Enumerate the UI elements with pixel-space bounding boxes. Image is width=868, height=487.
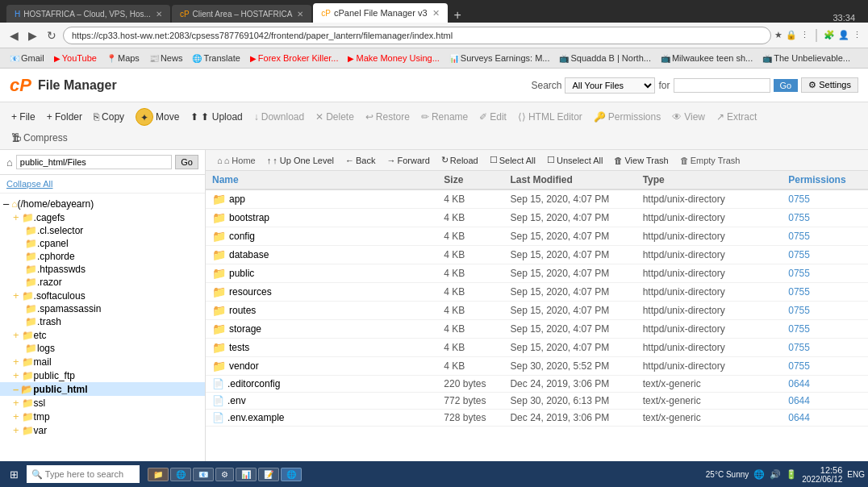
bookmark-teen[interactable]: 📺 Milwaukee teen sh...	[657, 52, 756, 65]
settings-button[interactable]: ⚙ Settings	[801, 77, 858, 93]
extensions-btn[interactable]: 🧩	[824, 30, 835, 40]
bookmark-translate[interactable]: 🌐 Translate	[189, 52, 243, 65]
new-folder-button[interactable]: + Folder	[42, 109, 87, 125]
new-file-button[interactable]: + File	[6, 109, 40, 125]
taskbar-app-6[interactable]: 📝	[258, 468, 279, 481]
table-row[interactable]: 📁 vendor 4 KB Sep 30, 2020, 5:52 PM http…	[206, 357, 868, 376]
table-row[interactable]: 📁 public 4 KB Sep 15, 2020, 4:07 PM http…	[206, 264, 868, 283]
tree-item-cagefs[interactable]: + 📁 .cagefs	[0, 210, 205, 224]
tree-item-cpanel[interactable]: 📁 .cpanel	[0, 237, 205, 250]
move-button[interactable]: ✦ Move	[131, 106, 184, 128]
delete-button[interactable]: ✕ Delete	[311, 109, 359, 125]
taskbar-app-5[interactable]: 📊	[236, 468, 257, 481]
upload-button[interactable]: ⬆ ⬆ Upload	[186, 109, 247, 125]
taskbar-app-7[interactable]: 🌐	[281, 468, 302, 481]
profile-btn[interactable]: 👤	[838, 30, 849, 40]
bookmark-money[interactable]: ▶ Make Money Using...	[344, 52, 442, 65]
forward-button[interactable]: ▶	[25, 27, 40, 44]
up-one-level-button[interactable]: ↑ ↑ Up One Level	[262, 154, 339, 167]
tree-item-var[interactable]: + 📁 var	[0, 423, 205, 437]
edit-button[interactable]: ✐ Edit	[474, 109, 511, 125]
back-button[interactable]: ◀	[6, 27, 22, 44]
bookmark-unbelievable[interactable]: 📺 The Unbelievable...	[759, 52, 853, 65]
bookmark-gmail[interactable]: 📧 Gmail	[6, 52, 48, 65]
back-nav-button[interactable]: ← Back	[340, 154, 380, 167]
sidebar-path-input[interactable]	[16, 155, 172, 169]
new-tab-button[interactable]: +	[449, 8, 466, 23]
bookmark-forex[interactable]: ▶ Forex Broker Killer...	[247, 52, 342, 65]
restore-button[interactable]: ↩ Restore	[361, 109, 415, 125]
view-trash-button[interactable]: 🗑 View Trash	[609, 154, 673, 167]
empty-trash-button[interactable]: 🗑 Empty Trash	[675, 154, 745, 167]
table-row[interactable]: 📁 bootstrap 4 KB Sep 15, 2020, 4:07 PM h…	[206, 209, 868, 227]
taskbar-search[interactable]	[27, 465, 140, 483]
col-header-name[interactable]: Name	[206, 171, 437, 189]
taskbar-app-4[interactable]: ⚙	[215, 468, 234, 481]
taskbar-app-1[interactable]: 📁	[148, 468, 169, 481]
table-row[interactable]: 📁 resources 4 KB Sep 15, 2020, 4:07 PM h…	[206, 283, 868, 302]
html-editor-button[interactable]: ⟨⟩ HTML Editor	[513, 109, 587, 125]
shield-icon[interactable]: 🔒	[786, 30, 797, 40]
search-scope-select[interactable]: All Your Files public_html/Files	[565, 77, 655, 94]
bookmark-youtube[interactable]: ▶ YouTube	[51, 52, 100, 65]
tree-item-clselector[interactable]: 📁 .cl.selector	[0, 224, 205, 237]
compress-button[interactable]: 🗜 Compress	[6, 130, 73, 146]
tree-item-logs[interactable]: 📁 logs	[0, 342, 205, 355]
permissions-button[interactable]: 🔑 Permissions	[589, 109, 666, 125]
table-row[interactable]: 📁 app 4 KB Sep 15, 2020, 4:07 PM httpd/u…	[206, 189, 868, 209]
file-table-wrapper[interactable]: Name Size Last Modified Type Permissions…	[206, 171, 868, 469]
bookmark-news[interactable]: 📰 News	[146, 52, 186, 65]
cell-size: 4 KB	[437, 209, 503, 227]
tree-item-razor[interactable]: 📁 .razor	[0, 276, 205, 289]
tree-item-public-ftp[interactable]: + 📁 public_ftp	[0, 368, 205, 382]
col-header-permissions[interactable]: Permissions	[782, 171, 868, 189]
search-go-button[interactable]: Go	[774, 79, 799, 92]
rename-button[interactable]: ✏ Rename	[416, 109, 473, 125]
tree-item-spamassassin[interactable]: 📁 .spamassassin	[0, 302, 205, 315]
bookmark-surveys[interactable]: 📊 Surveys Earnings: M...	[446, 52, 553, 65]
tab-3-active[interactable]: cP cPanel File Manager v3 ✕	[313, 3, 447, 23]
sidebar-go-button[interactable]: Go	[175, 155, 198, 169]
start-button[interactable]: ⊞	[3, 467, 25, 482]
table-row[interactable]: 📄 .editorconfig 220 bytes Dec 24, 2019, …	[206, 376, 868, 393]
table-row[interactable]: 📄 .env 772 bytes Sep 30, 2020, 6:13 PM t…	[206, 393, 868, 410]
table-row[interactable]: 📄 .env.example 728 bytes Dec 24, 2019, 3…	[206, 410, 868, 427]
tree-item-public-html[interactable]: – 📂 public_html	[0, 382, 205, 396]
tree-item-htpasswds[interactable]: 📁 .htpasswds	[0, 263, 205, 276]
bookmark-maps[interactable]: 📍 Maps	[103, 52, 143, 65]
reload-button[interactable]: ↻	[44, 27, 60, 44]
tree-item-root[interactable]: – ⌂ (/home/ebayearn)	[0, 197, 205, 210]
taskbar-app-2[interactable]: 🌐	[170, 468, 191, 481]
tab-1[interactable]: H HOSTAFRICA – Cloud, VPS, Hos... ✕	[6, 5, 170, 23]
forward-nav-button[interactable]: → Forward	[382, 154, 435, 167]
url-input[interactable]	[63, 27, 771, 44]
tree-item-mail[interactable]: + 📁 mail	[0, 355, 205, 368]
taskbar-app-3[interactable]: 📧	[193, 468, 214, 481]
table-row[interactable]: 📁 database 4 KB Sep 15, 2020, 4:07 PM ht…	[206, 246, 868, 264]
search-input[interactable]	[674, 78, 770, 93]
tree-item-etc[interactable]: + 📁 etc	[0, 328, 205, 342]
extract-button[interactable]: ↗ Extract	[712, 109, 762, 125]
view-button[interactable]: 👁 View	[667, 109, 710, 125]
home-nav-button[interactable]: ⌂ ⌂ Home	[212, 154, 261, 167]
copy-button[interactable]: ⎘ Copy	[89, 109, 129, 125]
reload-nav-button[interactable]: ↻ Reload	[436, 153, 483, 167]
tree-item-ssl[interactable]: + 📁 ssl	[0, 396, 205, 410]
tab-2[interactable]: cP Client Area – HOSTAFRICA ✕	[172, 5, 311, 23]
table-row[interactable]: 📁 config 4 KB Sep 15, 2020, 4:07 PM http…	[206, 227, 868, 246]
menu-btn[interactable]: ⋮	[853, 30, 862, 40]
table-row[interactable]: 📁 routes 4 KB Sep 15, 2020, 4:07 PM http…	[206, 302, 868, 320]
bookmark-star[interactable]: ★	[774, 30, 782, 40]
tree-item-softaculous[interactable]: + 📁 .softaculous	[0, 289, 205, 302]
tree-item-cphorde[interactable]: 📁 .cphorde	[0, 250, 205, 263]
tree-item-tmp[interactable]: + 📁 tmp	[0, 410, 205, 423]
bookmark-squadda[interactable]: 📺 Squadda B | North...	[556, 52, 653, 65]
download-button[interactable]: ↓ Download	[249, 109, 309, 125]
collapse-all-button[interactable]: Collapse All	[6, 179, 52, 189]
more-btn[interactable]: ⋮	[800, 30, 809, 40]
tree-item-trash[interactable]: 📁 .trash	[0, 315, 205, 328]
select-all-button[interactable]: ☐ Select All	[485, 153, 540, 167]
unselect-all-button[interactable]: ☐ Unselect All	[542, 153, 607, 167]
table-row[interactable]: 📁 tests 4 KB Sep 15, 2020, 4:07 PM httpd…	[206, 339, 868, 357]
table-row[interactable]: 📁 storage 4 KB Sep 15, 2020, 4:07 PM htt…	[206, 320, 868, 339]
